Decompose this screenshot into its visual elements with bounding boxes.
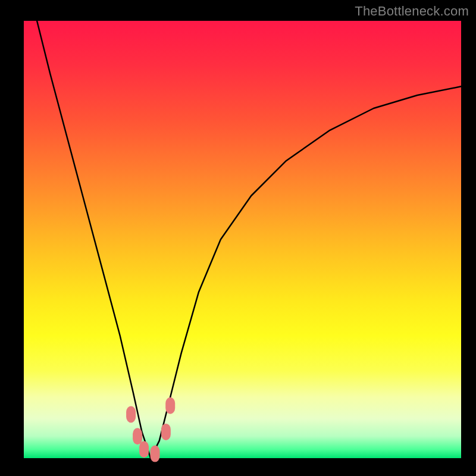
curve-marker <box>161 424 171 440</box>
curve-marker <box>151 446 160 462</box>
bottleneck-curve <box>37 21 461 458</box>
curve-marker <box>139 441 149 458</box>
marker-layer <box>126 397 175 462</box>
curve-marker <box>165 397 175 414</box>
chart-frame: TheBottleneck.com <box>0 0 476 476</box>
curve-layer <box>37 21 461 458</box>
watermark-text: TheBottleneck.com <box>355 4 469 19</box>
chart-svg <box>24 21 461 458</box>
curve-marker <box>126 406 136 423</box>
plot-area <box>24 21 461 458</box>
curve-marker <box>133 428 142 444</box>
